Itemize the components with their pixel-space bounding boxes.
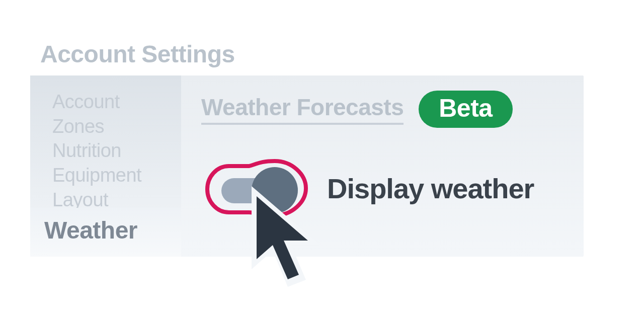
settings-panel: Account Zones Nutrition Equipment Layout… [30, 75, 584, 257]
sidebar-item-account[interactable]: Account [52, 90, 181, 114]
display-weather-row: Display weather [201, 158, 564, 218]
sidebar-item-zones[interactable]: Zones [52, 114, 181, 139]
display-weather-label: Display weather [327, 172, 534, 205]
section-title: Weather Forecasts [201, 94, 404, 125]
page-title: Account Settings [40, 40, 235, 68]
section-header: Weather Forecasts Beta [201, 91, 564, 128]
sidebar: Account Zones Nutrition Equipment Layout… [30, 75, 181, 257]
sidebar-item-nutrition[interactable]: Nutrition [52, 138, 181, 163]
beta-badge: Beta [419, 91, 512, 128]
toggle-knob [252, 167, 298, 213]
display-weather-toggle[interactable] [201, 158, 312, 218]
sidebar-item-weather[interactable]: Weather [30, 208, 181, 257]
content-area: Weather Forecasts Beta Display weather [201, 91, 564, 218]
sidebar-item-equipment[interactable]: Equipment [52, 163, 181, 188]
